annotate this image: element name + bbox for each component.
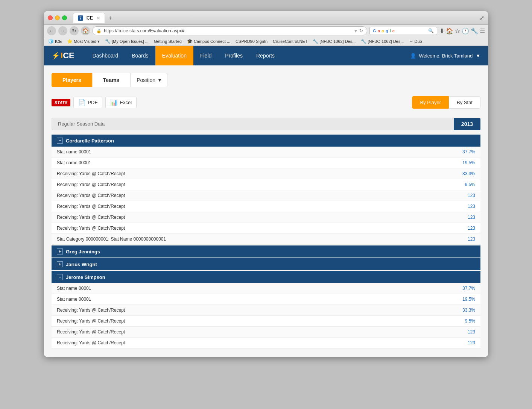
nav-dashboard[interactable]: Dashboard [86, 46, 125, 65]
search-box[interactable]: G o o g l e 🔍 [369, 27, 437, 35]
bookmark-ice[interactable]: 🧊 ICE [47, 38, 63, 44]
stat-value: 33.3% [462, 171, 475, 176]
bookmark-label: ICE [55, 39, 62, 44]
minimize-button[interactable] [55, 15, 60, 20]
stat-name: Stat name 00001 [57, 286, 91, 291]
bookmark-most-visited[interactable]: ⭐ Most Visited ▾ [66, 38, 101, 44]
bookmark-label: Getting Started [154, 39, 182, 44]
bookmark-label: Campus Connect ... [194, 39, 230, 44]
position-dropdown-icon: ▾ [158, 77, 161, 83]
refresh-button[interactable]: ↻ [70, 26, 79, 35]
stat-row: Receiving: Yards @ Catch/Recept9.5% [52, 179, 480, 190]
close-button[interactable] [48, 15, 53, 20]
stat-value: 123 [468, 226, 475, 231]
nav-boards[interactable]: Boards [125, 46, 155, 65]
toolbar-row: STATS 📄 PDF 📊 Excel By Player By Stat [52, 93, 480, 112]
nav-user[interactable]: 👤 Welcome, Brick Tamland ▼ [410, 53, 480, 59]
bookmark-star-icon: ⭐ [67, 39, 73, 44]
stat-row: Receiving: Yards @ Catch/Recept123 [52, 201, 480, 212]
pdf-export-button[interactable]: 📄 PDF [73, 97, 102, 108]
address-bar: ← → ↻ 🏠 🔒 https://fb.ice.stats.com/Evalu… [44, 25, 488, 37]
player-expand-icon[interactable]: − [57, 138, 63, 144]
tab-area: 7 ICE ✕ + [73, 13, 115, 23]
player-header[interactable]: +Greg Jennings [52, 245, 480, 258]
bookmark-getting-started[interactable]: Getting Started [153, 39, 183, 44]
player-header[interactable]: −Cordarelle Patterson [52, 135, 480, 147]
bookmark-label: → Duo [409, 39, 422, 44]
title-bar: 7 ICE ✕ + ⤢ [44, 11, 488, 25]
teams-toggle-button[interactable]: Teams [92, 73, 130, 87]
by-player-button[interactable]: By Player [412, 96, 449, 109]
players-toggle-button[interactable]: Players [52, 73, 92, 87]
stat-value: 123 [468, 236, 475, 242]
player-header[interactable]: +Jarius Wright [52, 258, 480, 270]
toolbar-icons: ⬇ 🏠 ☆ 🕐 🔧 ☰ [439, 27, 485, 35]
stat-row: Receiving: Yards @ Catch/Recept123 [52, 338, 480, 348]
search-icon: 🔍 [428, 28, 434, 33]
player-expand-icon[interactable]: − [57, 274, 63, 280]
stat-name: Receiving: Yards @ Catch/Recept [57, 204, 125, 209]
url-input[interactable]: 🔒 https://fb.ice.stats.com/Evaluation.as… [92, 26, 367, 35]
pdf-label: PDF [88, 100, 97, 105]
bookmark-label: [NFBC-1062] Des... [319, 39, 356, 44]
stat-value: 123 [468, 340, 475, 345]
excel-export-button[interactable]: 📊 Excel [105, 97, 137, 108]
bookmark-label: [My Open Issues] ... [112, 39, 149, 44]
bookmark-duo[interactable]: → Duo [408, 39, 423, 44]
bookmark-favicon-ice: 🧊 [48, 39, 54, 44]
stat-value: 37.7% [462, 286, 475, 291]
stat-name: Receiving: Yards @ Catch/Recept [57, 226, 125, 231]
app-logo: ⚡ ICE [52, 51, 74, 61]
stat-name: Receiving: Yards @ Catch/Recept [57, 308, 125, 313]
bookmark-dropdown-icon: ▾ [97, 39, 100, 44]
player-expand-icon[interactable]: + [57, 261, 63, 267]
nav-reports[interactable]: Reports [249, 46, 281, 65]
menu-icon[interactable]: ☰ [480, 27, 485, 35]
bookmark-icon[interactable]: ☆ [455, 27, 460, 35]
season-value: 2013 [454, 118, 480, 130]
window-resize-icon[interactable]: ⤢ [479, 14, 484, 21]
active-tab[interactable]: 7 ICE ✕ [73, 13, 105, 23]
history-icon[interactable]: 🕐 [462, 27, 469, 35]
bookmark-campus-connect[interactable]: 🎓 Campus Connect ... [186, 38, 231, 44]
nav-profiles[interactable]: Profiles [218, 46, 249, 65]
nav-field[interactable]: Field [193, 46, 218, 65]
view-toggle-row: Players Teams Position ▾ [52, 73, 480, 87]
stat-name: Stat name 00001 [57, 297, 91, 302]
bookmark-cruisecontrol[interactable]: CruiseControl.NET [272, 39, 309, 44]
excel-icon: 📊 [110, 99, 118, 106]
toolbar-left: STATS 📄 PDF 📊 Excel [52, 97, 137, 108]
download-icon[interactable]: ⬇ [439, 27, 444, 35]
bookmark-label: CSPRD90 SignIn [236, 39, 268, 44]
stat-name: Receiving: Yards @ Catch/Recept [57, 340, 125, 345]
nav-evaluation[interactable]: Evaluation [155, 46, 193, 65]
tab-close-icon[interactable]: ✕ [97, 16, 100, 21]
home-button[interactable]: 🏠 [81, 26, 90, 35]
maximize-button[interactable] [62, 15, 67, 20]
bookmark-nfbc2[interactable]: 🔧 [NFBC-1062] Des... [360, 38, 405, 44]
tab-title: ICE [85, 15, 93, 21]
player-header[interactable]: −Jerome Simpson [52, 271, 480, 283]
stat-value: 123 [468, 204, 475, 209]
bookmark-label: [NFBC-1062] Des... [368, 39, 404, 44]
bookmark-nfbc1[interactable]: 🔧 [NFBC-1062] Des... [312, 38, 357, 44]
season-label: Regular Season Data [52, 118, 454, 130]
bookmark-open-issues[interactable]: 🔧 [My Open Issues] ... [104, 38, 150, 44]
position-select[interactable]: Position ▾ [130, 73, 167, 87]
view-toggle-right: By Player By Stat [412, 96, 480, 109]
forward-button[interactable]: → [58, 26, 67, 35]
stat-name: Receiving: Yards @ Catch/Recept [57, 215, 125, 220]
new-tab-button[interactable]: + [106, 14, 115, 22]
home-nav-icon[interactable]: 🏠 [446, 27, 453, 35]
stat-value: 19.5% [462, 297, 475, 302]
bookmark-label: CruiseControl.NET [273, 39, 307, 44]
stat-value: 123 [468, 193, 475, 198]
extensions-icon[interactable]: 🔧 [471, 27, 478, 35]
stat-value: 9.5% [465, 318, 475, 324]
stat-name: Receiving: Yards @ Catch/Recept [57, 329, 125, 335]
player-section: +Jarius Wright [52, 258, 480, 270]
back-button[interactable]: ← [47, 26, 56, 35]
by-stat-button[interactable]: By Stat [449, 96, 480, 109]
bookmark-csprd90[interactable]: CSPRD90 SignIn [234, 39, 269, 44]
player-expand-icon[interactable]: + [57, 248, 63, 254]
